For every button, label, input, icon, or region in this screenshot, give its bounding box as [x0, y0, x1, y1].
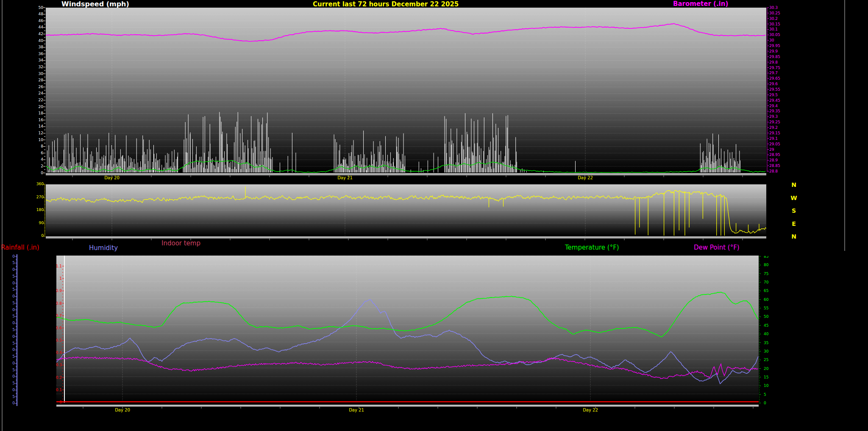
barometer-tick-label: 30.15 [769, 22, 780, 26]
windspeed-tick-label: 22 [26, 98, 43, 102]
rainfall-tick-label: 0.7 [51, 314, 62, 318]
axes-overlay [0, 0, 868, 431]
day-label: Day 21 [330, 175, 360, 180]
humidity-tick-label: 5 [11, 314, 15, 318]
rainfall-tick-label: 0.5 [51, 339, 62, 342]
humidity-tick-label: 0 [11, 388, 15, 392]
barometer-tick-label: 29.8 [769, 61, 778, 64]
humidity-tick-label: 0 [11, 321, 15, 325]
temperature-tick-label: 0 [764, 401, 766, 405]
windspeed-tick-label: 44 [26, 25, 43, 29]
temperature-tick-label: 10 [764, 384, 768, 388]
windspeed-tick-label: 10 [26, 138, 43, 142]
temperature-tick-label: 30 [764, 350, 768, 353]
windspeed-tick-label: 46 [26, 19, 43, 23]
panel-baseline-bar [46, 173, 766, 174]
temperature-tick-label: 35 [764, 341, 768, 345]
humidity-tick-label: 0 [11, 308, 15, 312]
compass-label: W [789, 195, 798, 201]
barometer-tick-label: 29.75 [769, 66, 780, 70]
panel-baseline-bar [56, 406, 759, 407]
humidity-tick-label: 0 [11, 375, 15, 378]
humidity-tick-label: 0 [11, 268, 15, 272]
humidity-tick-label: 0 [11, 295, 15, 298]
day-label: Day 20 [108, 408, 137, 412]
temperature-tick-label: 45 [764, 324, 768, 328]
barometer-tick-label: 29.65 [769, 77, 780, 81]
windspeed-tick-label: 18 [26, 111, 43, 115]
barometer-tick-label: 29.3 [769, 115, 778, 119]
barometer-tick-label: 29.45 [769, 99, 780, 103]
windspeed-tick-label: 38 [26, 45, 43, 49]
windspeed-tick-label: 48 [26, 12, 43, 16]
day-label: Day 22 [576, 408, 605, 412]
barometer-tick-label: 30.3 [769, 6, 778, 10]
barometer-tick-label: 30.2 [769, 17, 778, 21]
barometer-tick-label: 29.95 [769, 44, 780, 48]
barometer-tick-label: 29.05 [769, 142, 780, 146]
barometer-tick-label: 30 [769, 39, 774, 42]
direction-tick-label: 0 [27, 234, 44, 238]
direction-tick-label: 360 [27, 182, 44, 186]
barometer-tick-label: 30.1 [769, 28, 778, 31]
day-label: Day 20 [97, 175, 127, 180]
windspeed-tick-label: 0 [26, 171, 43, 175]
direction-tick-label: 90 [27, 221, 44, 225]
windspeed-tick-label: 4 [26, 158, 43, 161]
windspeed-tick-label: 50 [26, 6, 43, 10]
rainfall-tick-label: 0.8 [51, 302, 62, 306]
humidity-tick-label: 0 [11, 348, 15, 352]
humidity-tick-label: 5 [11, 342, 15, 345]
barometer-tick-label: 30.05 [769, 33, 780, 37]
compass-label: N [789, 233, 798, 240]
temperature-tick-label: 50 [764, 315, 768, 319]
windspeed-tick-label: 40 [26, 39, 43, 43]
barometer-tick-label: 29 [769, 148, 774, 152]
humidity-axis-labels: 05050505050505050505050 [0, 253, 16, 407]
barometer-tick-label: 28.9 [769, 158, 778, 162]
weather-dashboard: { "labels": { "windspeed_title": "Windsp… [0, 0, 868, 431]
panel-baseline-bar [46, 174, 766, 175]
barometer-tick-label: 28.8 [769, 170, 778, 173]
barometer-tick-label: 28.85 [769, 164, 780, 168]
windspeed-tick-label: 42 [26, 32, 43, 36]
compass-label: N [789, 181, 798, 188]
humidity-tick-label: 0 [11, 281, 15, 285]
barometer-tick-label: 29.1 [769, 137, 778, 141]
barometer-tick-label: 29.5 [769, 93, 778, 97]
humidity-tick-label: 5 [11, 381, 15, 385]
humidity-tick-label: 0 [11, 255, 15, 259]
temperature-tick-label: 60 [764, 298, 768, 302]
humidity-tick-label: 0 [11, 335, 15, 339]
windspeed-tick-label: 28 [26, 78, 43, 82]
temperature-tick-label: 25 [764, 358, 768, 362]
barometer-tick-label: 29.25 [769, 120, 780, 124]
humidity-tick-label: 5 [11, 368, 15, 372]
windspeed-tick-label: 32 [26, 65, 43, 69]
rainfall-tick-label: 0.1 [51, 388, 62, 392]
temperature-tick-label: 80 [764, 263, 768, 267]
panel-baseline-bar [56, 405, 759, 406]
temperature-tick-label: 85 [764, 256, 768, 259]
barometer-tick-label: 29.9 [769, 50, 778, 53]
windspeed-tick-label: 36 [26, 52, 43, 56]
rainfall-tick-label: 0 [51, 400, 62, 404]
barometer-tick-label: 29.15 [769, 131, 780, 135]
humidity-tick-label: 5 [11, 261, 15, 265]
barometer-tick-label: 28.95 [769, 153, 780, 157]
windspeed-tick-label: 2 [26, 164, 43, 168]
rainfall-tick-label: 0.9 [51, 289, 62, 293]
barometer-tick-label: 29.85 [769, 55, 780, 59]
panel-baseline-bar [46, 236, 766, 237]
compass-label: S [789, 207, 798, 214]
temperature-tick-label: 20 [764, 367, 768, 371]
direction-tick-label: 180 [27, 208, 44, 212]
humidity-tick-label: 5 [11, 328, 15, 332]
humidity-tick-label: 0 [11, 361, 15, 365]
barometer-tick-label: 29.4 [769, 104, 778, 108]
windspeed-tick-label: 6 [26, 151, 43, 155]
temperature-tick-label: 40 [764, 332, 768, 336]
day-label: Day 22 [570, 175, 600, 180]
barometer-tick-label: 29.7 [769, 71, 778, 75]
panel-baseline-bar [46, 237, 766, 239]
